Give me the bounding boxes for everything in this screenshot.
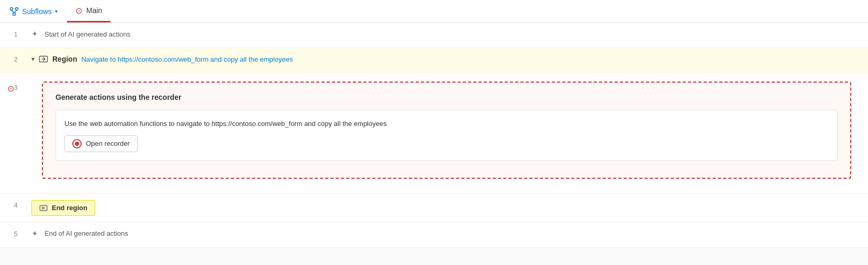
subflows-icon [9, 7, 19, 16]
row-number-1: 1 [0, 23, 31, 38]
row-number-4: 4 [0, 194, 31, 209]
region-keyword: Region [52, 55, 77, 63]
end-region-badge: End region [31, 200, 95, 216]
svg-line-4 [14, 10, 17, 13]
svg-point-1 [16, 7, 18, 10]
row-number-2: 2 [0, 48, 31, 63]
region-icon [39, 54, 48, 64]
row-4: 4 End region [0, 194, 868, 223]
main-tab-label: Main [86, 6, 102, 15]
row-5-content: ✦ End of AI generated actions [31, 223, 868, 245]
open-recorder-button[interactable]: Open recorder [64, 135, 138, 152]
svg-line-3 [12, 10, 14, 13]
row-4-content: End region [31, 194, 868, 222]
row-number-3: 3 [0, 73, 31, 91]
subflows-label: Subflows [22, 7, 52, 16]
main-tab[interactable]: ⊙ Main [67, 0, 110, 22]
end-region-icon [39, 204, 48, 212]
generate-text-box: Use the web automation functions to navi… [55, 110, 838, 161]
row-2: 2 ▾ Region Navigate to https://contoso.c… [0, 48, 868, 73]
ai-sparkle-icon-5: ✦ [31, 229, 38, 238]
tab-warning-icon: ⊙ [75, 6, 82, 16]
row-1-label: Start of AI generated actions [44, 30, 130, 38]
svg-point-0 [10, 7, 13, 10]
open-recorder-label: Open recorder [86, 140, 130, 147]
recorder-dot [75, 142, 79, 146]
end-region-label: End region [52, 204, 87, 212]
generate-actions-box: Generate actions using the recorder Use … [42, 82, 851, 179]
tab-bar: Subflows ▾ ⊙ Main [0, 0, 868, 23]
error-indicator: ⊙ [7, 84, 14, 94]
row-5: 5 ✦ End of AI generated actions [0, 223, 868, 248]
chevron-down-icon: ▾ [55, 8, 58, 14]
region-description: Navigate to https://contoso.com/web_form… [81, 55, 293, 63]
row-5-label: End of AI generated actions [44, 229, 128, 237]
row-3: 3 ⊙ Generate actions using the recorder … [0, 73, 868, 194]
svg-point-2 [13, 13, 16, 15]
recorder-icon [72, 139, 82, 148]
subflows-button[interactable]: Subflows ▾ [4, 4, 63, 19]
row-1-content: ✦ Start of AI generated actions [31, 23, 868, 45]
region-header: ▾ Region Navigate to https://contoso.com… [31, 48, 868, 70]
collapse-button[interactable]: ▾ [31, 55, 35, 63]
content-area: 1 ✦ Start of AI generated actions 2 ▾ Re… [0, 23, 868, 265]
generate-title: Generate actions using the recorder [55, 93, 838, 101]
row-1: 1 ✦ Start of AI generated actions [0, 23, 868, 48]
ai-sparkle-icon-1: ✦ [31, 29, 38, 39]
generate-text: Use the web automation functions to navi… [64, 119, 829, 129]
row-number-5: 5 [0, 223, 31, 238]
